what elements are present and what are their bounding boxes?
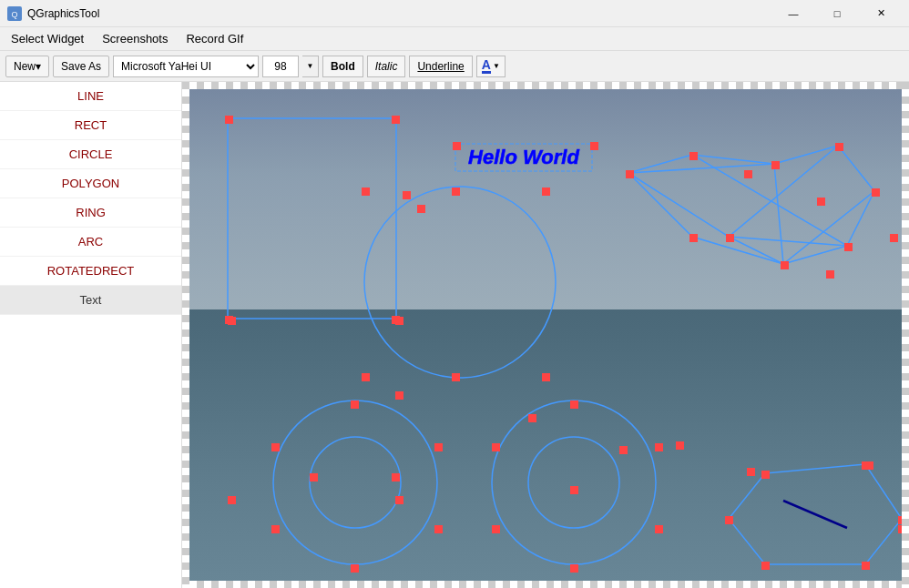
svg-rect-77 xyxy=(619,446,628,454)
svg-rect-47 xyxy=(626,170,634,178)
svg-rect-49 xyxy=(771,161,780,169)
svg-text:Hello World: Hello World xyxy=(468,146,579,168)
svg-rect-63 xyxy=(434,443,443,451)
svg-rect-59 xyxy=(744,170,752,178)
svg-rect-54 xyxy=(726,234,734,242)
svg-rect-69 xyxy=(392,473,400,482)
svg-rect-57 xyxy=(826,270,834,279)
sidebar-item-text[interactable]: Text xyxy=(0,286,181,315)
svg-rect-29 xyxy=(417,205,425,213)
menu-select-widget[interactable]: Select Widget xyxy=(4,30,91,47)
svg-rect-36 xyxy=(392,116,400,124)
sidebar-item-polygon[interactable]: POLYGON xyxy=(0,169,181,198)
svg-rect-31 xyxy=(395,391,403,400)
svg-rect-33 xyxy=(228,496,236,504)
main-content: LINE RECT CIRCLE POLYGON RING ARC ROTATE… xyxy=(0,82,909,588)
svg-rect-72 xyxy=(492,525,500,533)
svg-rect-66 xyxy=(351,400,359,409)
sidebar-item-line[interactable]: LINE xyxy=(0,82,181,111)
svg-rect-89 xyxy=(528,414,536,422)
checker-top xyxy=(182,82,909,89)
svg-line-15 xyxy=(774,164,783,264)
svg-line-19 xyxy=(729,237,847,246)
svg-rect-84 xyxy=(725,516,733,524)
menu-screenshots[interactable]: Screenshots xyxy=(95,30,175,47)
svg-rect-53 xyxy=(781,261,789,269)
svg-rect-70 xyxy=(492,443,500,451)
font-select[interactable]: Microsoft YaHei UI xyxy=(113,56,259,77)
menu-record-gif[interactable]: Record GIf xyxy=(179,30,250,47)
close-button[interactable]: ✕ xyxy=(860,0,902,27)
svg-rect-48 xyxy=(689,152,698,160)
underline-button[interactable]: Underline xyxy=(409,56,472,77)
svg-rect-74 xyxy=(570,400,578,409)
svg-line-20 xyxy=(628,173,692,237)
svg-rect-44 xyxy=(452,373,460,381)
svg-point-22 xyxy=(273,400,437,564)
checker-left xyxy=(182,82,189,588)
svg-text:Q: Q xyxy=(11,10,17,19)
svg-rect-55 xyxy=(689,234,698,242)
svg-rect-37 xyxy=(225,316,233,324)
save-as-button[interactable]: Save As xyxy=(53,56,109,77)
sidebar-item-rotatedrect[interactable]: ROTATEDRECT xyxy=(0,257,181,286)
svg-rect-65 xyxy=(434,525,443,533)
svg-rect-52 xyxy=(844,243,853,251)
bold-button[interactable]: Bold xyxy=(322,56,363,77)
titlebar-left: Q QGraphicsTool xyxy=(7,6,99,21)
sidebar: LINE RECT CIRCLE POLYGON RING ARC ROTATE… xyxy=(0,82,182,588)
svg-rect-43 xyxy=(452,188,460,196)
toolbar: New▾ Save As Microsoft YaHei UI ▼ Bold I… xyxy=(0,51,909,82)
svg-line-13 xyxy=(628,173,729,237)
new-button[interactable]: New▾ xyxy=(5,56,49,77)
checker-bottom xyxy=(182,581,909,588)
svg-rect-39 xyxy=(362,188,370,196)
svg-rect-38 xyxy=(392,316,400,324)
canvas-area[interactable]: Hello World xyxy=(182,82,909,588)
sidebar-item-rect[interactable]: RECT xyxy=(0,111,181,140)
svg-rect-51 xyxy=(872,188,880,197)
svg-rect-42 xyxy=(542,373,550,381)
svg-line-18 xyxy=(783,191,874,264)
svg-rect-46 xyxy=(590,142,598,150)
minimize-button[interactable]: — xyxy=(772,0,814,27)
svg-rect-62 xyxy=(271,443,280,451)
font-size-input[interactable] xyxy=(262,56,299,77)
svg-rect-76 xyxy=(570,486,578,494)
sidebar-item-arc[interactable]: ARC xyxy=(0,228,181,257)
titlebar: Q QGraphicsTool — □ ✕ xyxy=(0,0,909,27)
svg-rect-2 xyxy=(228,118,396,319)
italic-button[interactable]: Italic xyxy=(367,56,406,77)
svg-rect-73 xyxy=(655,525,663,533)
sidebar-item-circle[interactable]: CIRCLE xyxy=(0,140,181,169)
svg-rect-82 xyxy=(862,562,870,570)
svg-rect-71 xyxy=(655,443,663,451)
maximize-button[interactable]: □ xyxy=(816,0,858,27)
font-size-spin[interactable]: ▼ xyxy=(302,56,319,77)
svg-line-9 xyxy=(838,146,874,191)
svg-line-11 xyxy=(783,246,847,264)
svg-rect-67 xyxy=(351,564,359,573)
menubar: Select Widget Screenshots Record GIf xyxy=(0,27,909,51)
svg-rect-41 xyxy=(362,373,370,381)
svg-rect-28 xyxy=(403,191,411,199)
svg-rect-40 xyxy=(542,188,550,196)
color-button[interactable]: A ▼ xyxy=(476,56,506,77)
app-icon: Q xyxy=(7,6,22,21)
checker-right xyxy=(902,82,909,588)
svg-rect-32 xyxy=(395,496,403,504)
svg-rect-68 xyxy=(310,473,318,482)
svg-rect-75 xyxy=(570,564,578,573)
color-label: A xyxy=(482,58,491,74)
drawing-canvas: Hello World xyxy=(182,82,909,588)
svg-point-25 xyxy=(528,437,619,528)
app-title: QGraphicsTool xyxy=(27,7,99,20)
sidebar-item-ring[interactable]: RING xyxy=(0,198,181,228)
svg-rect-35 xyxy=(225,116,233,124)
svg-line-10 xyxy=(847,191,874,246)
svg-rect-50 xyxy=(835,143,843,151)
svg-rect-90 xyxy=(676,441,684,450)
svg-rect-88 xyxy=(865,461,873,470)
svg-rect-79 xyxy=(761,471,770,479)
svg-point-23 xyxy=(310,437,401,528)
